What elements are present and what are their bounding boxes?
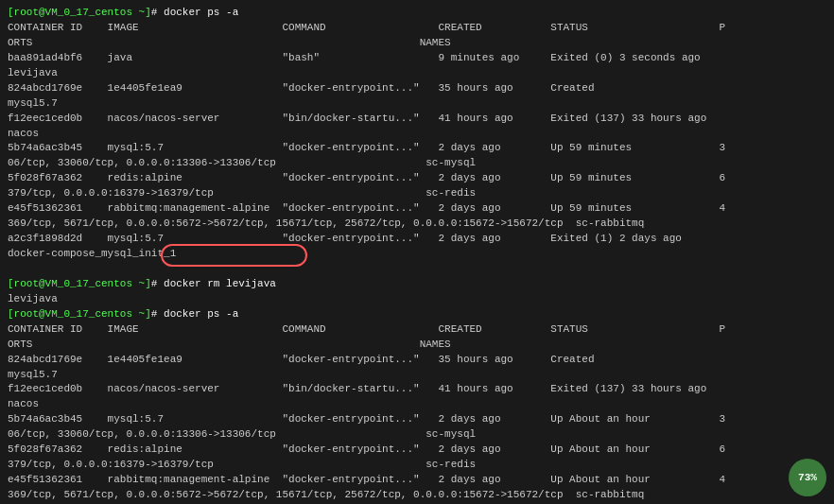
prompt-user: [root@VM_0_17_centos ~] — [8, 7, 151, 18]
table-row-ports: nacos — [8, 397, 826, 412]
table-row-ports: 369/tcp, 5671/tcp, 0.0.0.0:5672->5672/tc… — [8, 217, 826, 232]
table-row-ports: 06/tcp, 33060/tcp, 0.0.0.0:13306->13306/… — [8, 427, 826, 443]
cmd-1: # docker ps -a — [151, 7, 238, 18]
percent-badge: 73% — [789, 459, 826, 496]
table-row: 5f028f67a362 redis:alpine "docker-entryp… — [8, 171, 826, 186]
table-row: 824abcd1769e 1e4405fe1ea9 "docker-entryp… — [8, 81, 826, 96]
table-row: f12eec1ced0b nacos/nacos-server "bin/doc… — [8, 112, 826, 127]
output-levijava: levijava — [8, 292, 826, 307]
table-header-1b: ORTS NAMES — [8, 36, 826, 51]
percent-value: 73% — [798, 472, 817, 483]
line-rm: [root@VM_0_17_centos ~]# docker rm levij… — [8, 277, 826, 292]
table-row-ports: 369/tcp, 5671/tcp, 0.0.0.0:5672->5672/tc… — [8, 488, 826, 503]
cmd-2: # docker ps -a — [151, 308, 238, 320]
table-row: f12eec1ced0b nacos/nacos-server "bin/doc… — [8, 382, 826, 397]
cmd-rm: # docker rm levijava — [151, 278, 276, 289]
line-ps2: [root@VM_0_17_centos ~]# docker ps -a — [8, 307, 826, 322]
table-row-ports: mysql5.7 — [8, 96, 826, 112]
table-row-ports: 06/tcp, 33060/tcp, 0.0.0.0:13306->13306/… — [8, 156, 826, 171]
table-row-ports: levijava — [8, 66, 826, 81]
table-row: 5b74a6ac3b45 mysql:5.7 "docker-entrypoin… — [8, 141, 826, 156]
table-row: a2c3f1898d2d mysql:5.7 "docker-entrypoin… — [8, 232, 826, 247]
prompt-user-2: [root@VM_0_17_centos ~] — [8, 278, 151, 289]
table-header-2: CONTAINER ID IMAGE COMMAND CREATED STATU… — [8, 322, 826, 338]
table-row-ports: docker-compose_mysql_init_1 — [8, 247, 826, 262]
table-header-2b: ORTS NAMES — [8, 338, 826, 353]
table-header-1: CONTAINER ID IMAGE COMMAND CREATED STATU… — [8, 21, 826, 36]
table-row: 5b74a6ac3b45 mysql:5.7 "docker-entrypoin… — [8, 412, 826, 427]
table-row-ports: mysql5.7 — [8, 368, 826, 383]
table-row: 824abcd1769e 1e4405fe1ea9 "docker-entryp… — [8, 353, 826, 368]
table-row: baa891ad4bf6 java "bash" 9 minutes ago E… — [8, 51, 826, 66]
table-row: 5f028f67a362 redis:alpine "docker-entryp… — [8, 443, 826, 458]
table-row: e45f51362361 rabbitmq:management-alpine … — [8, 201, 826, 217]
table-row-ports: 379/tcp, 0.0.0.0:16379->16379/tcp sc-red… — [8, 186, 826, 201]
line-1: [root@VM_0_17_centos ~]# docker ps -a — [8, 6, 826, 21]
table-row: e45f51362361 rabbitmq:management-alpine … — [8, 473, 826, 488]
terminal-window: [root@VM_0_17_centos ~]# docker ps -a CO… — [0, 0, 834, 504]
blank-line-1 — [8, 262, 826, 277]
prompt-user-3: [root@VM_0_17_centos ~] — [8, 308, 151, 320]
table-row-ports: nacos — [8, 127, 826, 142]
table-row-ports: 379/tcp, 0.0.0.0:16379->16379/tcp sc-red… — [8, 458, 826, 473]
